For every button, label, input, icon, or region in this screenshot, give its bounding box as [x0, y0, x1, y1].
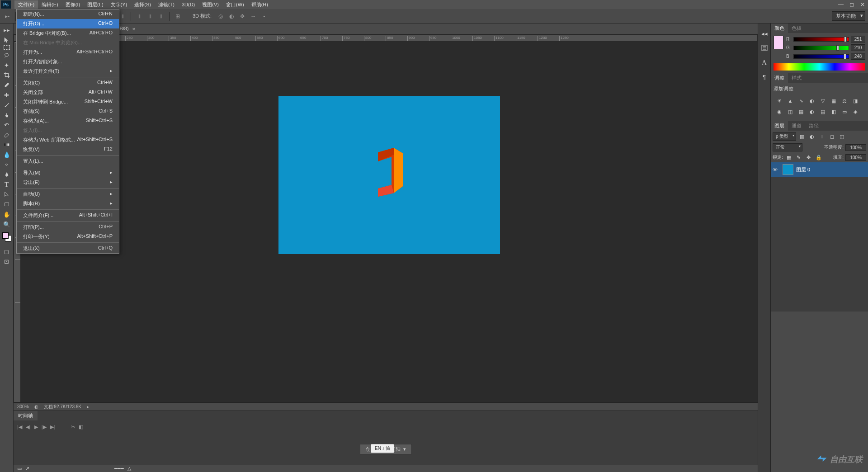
path-selection-tool[interactable] — [1, 190, 12, 199]
layer-thumbnail[interactable] — [783, 164, 793, 175]
distribute-icon6[interactable]: ⦀ — [156, 12, 165, 21]
move-tool[interactable] — [1, 35, 12, 44]
bottom-icon-2[interactable]: ↗ — [25, 466, 29, 472]
3d-orbit-icon[interactable]: ◎ — [216, 12, 225, 21]
color-panel-tab[interactable]: 颜色 — [771, 24, 788, 33]
3d-scale-icon[interactable]: ▪ — [259, 12, 269, 21]
menu-item[interactable]: 打印一份(Y)Alt+Shift+Ctrl+P — [17, 232, 119, 241]
channel-mixer-icon[interactable]: ◫ — [786, 108, 794, 116]
filter-shape-icon[interactable]: ◻ — [828, 132, 836, 141]
menu-item[interactable]: 打开(O)...Ctrl+O — [17, 19, 119, 28]
brightness-icon[interactable]: ☀ — [775, 97, 783, 105]
history-brush-tool[interactable]: ↶ — [1, 120, 12, 129]
tl-scissors-icon[interactable]: ✂ — [71, 424, 75, 430]
menu-view[interactable]: 视图(V) — [198, 0, 222, 9]
lock-position-icon[interactable]: ✥ — [805, 153, 813, 161]
menu-item[interactable]: 打开为智能对象... — [17, 57, 119, 66]
slider-thumb-icon[interactable]: △ — [127, 466, 131, 472]
3d-roll-icon[interactable]: ◐ — [227, 12, 236, 21]
menu-text[interactable]: 文字(Y) — [107, 0, 131, 9]
g-value-input[interactable] — [851, 44, 865, 51]
blur-tool[interactable]: 💧 — [1, 150, 12, 159]
zoom-tool[interactable]: 🔍 — [1, 220, 12, 229]
tl-prev-frame-icon[interactable]: ◀| — [26, 424, 31, 430]
menu-item[interactable]: 导入(M) — [17, 168, 119, 178]
menu-item[interactable]: 导出(E) — [17, 178, 119, 187]
menu-item[interactable]: 存储(S)Ctrl+S — [17, 107, 119, 116]
r-value-input[interactable] — [851, 36, 865, 42]
menu-item[interactable]: 自动(U) — [17, 189, 119, 199]
menu-window[interactable]: 窗口(W) — [222, 0, 248, 9]
gradient-tool[interactable] — [1, 140, 12, 149]
healing-brush-tool[interactable]: ✚ — [1, 90, 12, 99]
screen-mode-icon[interactable]: ⊡ — [1, 257, 12, 266]
b-value-input[interactable] — [851, 53, 865, 60]
layers-panel-tab[interactable]: 图层 — [771, 121, 788, 131]
menu-item[interactable]: 存储为(A)...Shift+Ctrl+S — [17, 116, 119, 126]
distribute-icon5[interactable]: ⦀ — [146, 12, 155, 21]
pen-tool[interactable] — [1, 170, 12, 179]
foreground-color[interactable] — [2, 232, 9, 239]
curves-icon[interactable]: ∿ — [797, 97, 805, 105]
color-swatch[interactable] — [2, 232, 11, 241]
vibrance-icon[interactable]: ▽ — [819, 97, 827, 105]
eraser-tool[interactable] — [1, 130, 12, 139]
quick-mask-icon[interactable]: ◻ — [1, 247, 12, 256]
bottom-icon-1[interactable]: ▭ — [17, 466, 22, 472]
lock-transparent-icon[interactable]: ▦ — [785, 153, 793, 161]
menu-item[interactable]: 关闭全部Alt+Ctrl+W — [17, 88, 119, 97]
zoom-percent[interactable]: 300% — [17, 404, 29, 409]
menu-layer[interactable]: 图层(L) — [84, 0, 107, 9]
filter-pixel-icon[interactable]: ▦ — [798, 132, 806, 141]
shape-tool[interactable] — [1, 200, 12, 209]
posterize-icon[interactable]: ▤ — [819, 108, 827, 116]
character-panel-icon[interactable]: A — [760, 58, 769, 67]
menu-item[interactable]: 文件简介(F)...Alt+Shift+Ctrl+I — [17, 211, 119, 220]
filter-type-icon[interactable]: T — [818, 132, 826, 141]
exposure-icon[interactable]: ◐ — [808, 97, 816, 105]
menu-item[interactable]: 关闭并转到 Bridge...Shift+Ctrl+W — [17, 97, 119, 107]
menu-item[interactable]: 恢复(V)F12 — [17, 145, 119, 154]
b-slider[interactable] — [793, 54, 849, 59]
tl-play-icon[interactable]: ▶ — [34, 424, 38, 430]
eyedropper-tool[interactable] — [1, 80, 12, 90]
layer-row[interactable]: 👁 图层 0 — [771, 162, 868, 177]
menu-item[interactable]: 存储为 Web 所用格式...Alt+Shift+Ctrl+S — [17, 135, 119, 145]
photo-filter-icon[interactable]: ◉ — [775, 108, 783, 116]
minimize-button[interactable]: — — [835, 0, 846, 9]
tl-last-frame-icon[interactable]: ▶| — [50, 424, 55, 430]
menu-item[interactable]: 关闭(C)Ctrl+W — [17, 78, 119, 88]
menu-item[interactable]: 新建(N)...Ctrl+N — [17, 9, 119, 19]
timeline-tab[interactable]: 时间轴 — [14, 411, 38, 420]
marquee-tool[interactable] — [4, 45, 10, 50]
threshold-icon[interactable]: ◧ — [830, 108, 838, 116]
lasso-tool[interactable] — [1, 51, 12, 60]
menu-item[interactable]: 置入(L)... — [17, 156, 119, 166]
menu-item[interactable]: 最近打开文件(T) — [17, 66, 119, 76]
maximize-button[interactable]: ◻ — [846, 0, 857, 9]
adjustments-panel-tab[interactable]: 调整 — [771, 73, 788, 83]
status-icon[interactable]: ◐ — [34, 404, 38, 409]
gradient-map-icon[interactable]: ▭ — [840, 108, 849, 116]
clone-stamp-tool[interactable] — [1, 110, 12, 119]
menu-item[interactable]: 退出(X)Ctrl+Q — [17, 244, 119, 253]
layer-kind-filter[interactable]: ρ 类型 — [773, 132, 796, 141]
status-arrow-icon[interactable]: ▸ — [87, 404, 89, 409]
levels-icon[interactable]: ▲ — [786, 97, 794, 105]
distribute-icon3[interactable]: ⦀ — [118, 12, 127, 21]
hand-tool[interactable]: ✋ — [1, 210, 12, 219]
menu-3d[interactable]: 3D(D) — [178, 1, 198, 8]
channels-panel-tab[interactable]: 通道 — [788, 121, 805, 131]
paragraph-panel-icon[interactable]: ¶ — [760, 72, 769, 81]
menu-file[interactable]: 文件(F) — [14, 0, 38, 9]
blend-mode-select[interactable]: 正常 — [773, 143, 802, 151]
menu-edit[interactable]: 编辑(E) — [38, 0, 62, 9]
close-button[interactable]: ✕ — [857, 0, 868, 9]
magic-wand-tool[interactable]: ✦ — [1, 61, 12, 70]
history-panel-icon[interactable] — [760, 43, 769, 52]
filter-smart-icon[interactable]: ◫ — [838, 132, 846, 141]
lookup-icon[interactable]: ▦ — [797, 108, 805, 116]
layer-visibility-icon[interactable]: 👁 — [773, 167, 780, 172]
menu-item[interactable]: 打印(P)...Ctrl+P — [17, 222, 119, 232]
auto-align-icon[interactable]: ⊞ — [173, 12, 182, 21]
